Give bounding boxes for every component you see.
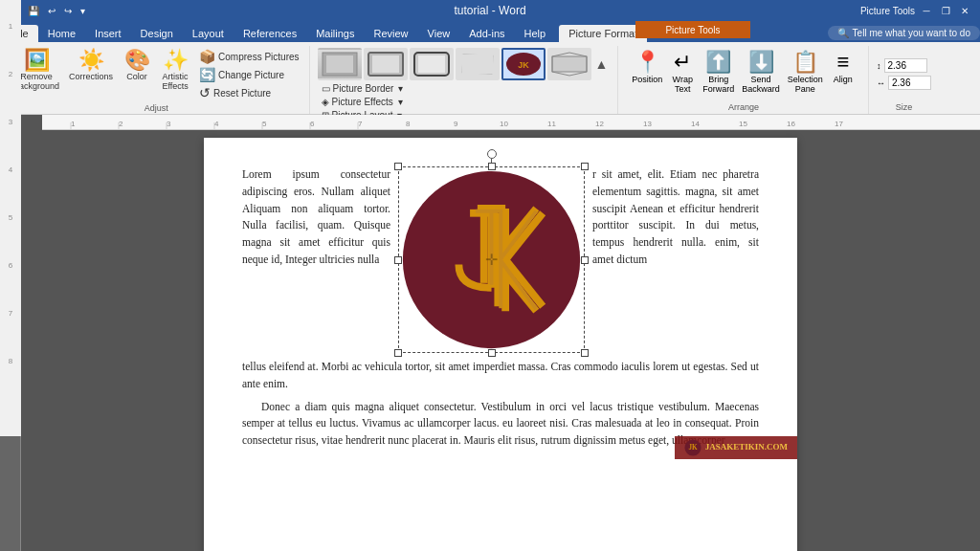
width-input[interactable] (888, 76, 931, 90)
effects-arrow-icon[interactable]: ▾ (398, 97, 403, 107)
svg-text:7: 7 (9, 309, 13, 318)
restore-btn[interactable]: ❐ (938, 3, 953, 18)
compress-pictures-btn[interactable]: 📦 Compress Pictures (195, 48, 302, 65)
svg-text:11: 11 (547, 120, 556, 128)
picture-effects-btn[interactable]: ◈ Picture Effects ▾ (318, 96, 612, 108)
pic-style-2[interactable] (364, 48, 408, 80)
artistic-effects-btn[interactable]: ✨ Artistic Effects (157, 48, 193, 93)
para-with-image: Lorem ipsum consectetur adipiscing eros.… (242, 166, 759, 353)
tell-me-box[interactable]: 🔍 Tell me what you want to do (828, 26, 980, 40)
size-group: ↕ ↔ Size (871, 46, 938, 114)
quick-access-toolbar: 💾 ↩ ↪ ▾ (25, 5, 88, 17)
svg-text:9: 9 (454, 120, 458, 128)
bring-forward-btn[interactable]: ⬆️ Bring Forward (700, 48, 737, 96)
minimize-btn[interactable]: ─ (919, 3, 934, 18)
svg-text:8: 8 (9, 357, 13, 365)
change-pic-icon: 🔄 (199, 67, 215, 82)
customize-qa-icon[interactable]: ▾ (78, 5, 88, 17)
handle-tr[interactable] (581, 163, 589, 170)
svg-text:4: 4 (214, 120, 219, 128)
svg-rect-1 (326, 55, 353, 73)
border-arrow-icon[interactable]: ▾ (398, 83, 403, 94)
compress-label: Compress Pictures (218, 52, 299, 62)
adjust-group: 🖼️ Remove Background ☀️ Corrections 🎨 Co… (4, 46, 310, 114)
change-picture-btn[interactable]: 🔄 Change Picture (195, 66, 302, 83)
tab-design[interactable]: Design (131, 25, 183, 42)
height-input[interactable] (884, 58, 927, 73)
save-icon[interactable]: 💾 (25, 5, 42, 17)
svg-text:14: 14 (691, 120, 700, 128)
handle-bc[interactable] (488, 349, 496, 357)
handle-tc[interactable] (488, 163, 496, 170)
content-area: 1 2 3 4 5 6 7 8 Lorem ipsum consectetur … (0, 130, 980, 551)
selected-image-container[interactable]: ✛ (398, 166, 585, 353)
tab-picture-format[interactable]: Picture Format (559, 25, 647, 42)
selection-pane-label: Selection Pane (788, 75, 823, 94)
corrections-icon: ☀️ (78, 50, 104, 71)
reset-icon: ↺ (199, 85, 211, 100)
pic-style-5[interactable]: JK (501, 48, 546, 80)
wrap-text-btn[interactable]: ↵ Wrap Text (667, 48, 698, 96)
compress-icon: 📦 (199, 49, 215, 64)
handle-br[interactable] (581, 349, 589, 357)
svg-text:15: 15 (739, 120, 747, 128)
reset-picture-btn[interactable]: ↺ Reset Picture (195, 84, 302, 101)
pic-style-6[interactable] (547, 48, 591, 80)
svg-text:10: 10 (500, 120, 508, 128)
handle-ml[interactable] (394, 256, 402, 264)
height-label: ↕ (877, 61, 881, 71)
tab-view[interactable]: View (418, 25, 460, 42)
bring-forward-label: Bring Forward (702, 75, 734, 94)
svg-text:JK: JK (688, 444, 698, 452)
send-backward-btn[interactable]: ⬇️ Send Backward (739, 48, 783, 96)
pic-style-3[interactable] (410, 48, 454, 80)
rotate-handle[interactable] (487, 149, 497, 159)
svg-text:1: 1 (9, 22, 13, 31)
color-btn[interactable]: 🎨 Color (119, 48, 155, 83)
color-label: Color (126, 72, 147, 81)
wrap-icon: ↵ (674, 50, 691, 75)
arrange-content: 📍 Position ↵ Wrap Text ⬆️ Bring Forward … (629, 48, 858, 100)
tell-me-text: Tell me what you want to do (853, 28, 970, 38)
context-tab-label: Picture Tools (665, 25, 720, 35)
selection-pane-icon: 📋 (792, 50, 818, 75)
position-btn[interactable]: 📍 Position (629, 48, 665, 86)
close-btn[interactable]: ✕ (957, 3, 972, 18)
selection-pane-btn[interactable]: 📋 Selection Pane (785, 48, 826, 96)
redo-icon[interactable]: ↪ (61, 5, 75, 17)
para-bottom-1-text: tellus eleifend at. Morbi ac vehicula to… (242, 361, 759, 389)
svg-text:6: 6 (310, 120, 315, 128)
pic-style-1[interactable] (318, 48, 362, 80)
pic-style-4[interactable] (456, 48, 500, 80)
tab-addins[interactable]: Add-ins (459, 25, 514, 42)
watermark: JK JASAKETIKIN.COM (675, 436, 797, 459)
handle-tl[interactable] (394, 163, 402, 170)
undo-icon[interactable]: ↩ (45, 5, 58, 17)
svg-text:12: 12 (595, 120, 604, 128)
tab-insert[interactable]: Insert (85, 25, 131, 42)
svg-text:JK: JK (518, 60, 529, 70)
handle-bl[interactable] (394, 349, 402, 357)
tab-home[interactable]: Home (38, 25, 85, 42)
change-pic-label: Change Picture (218, 70, 284, 80)
tab-mailings[interactable]: Mailings (306, 25, 364, 42)
align-btn[interactable]: ≡ Align (828, 48, 858, 86)
picture-styles-row: JK ▲ (318, 48, 611, 80)
adjust-group-label: Adjust (145, 103, 168, 113)
tab-references[interactable]: References (234, 25, 306, 42)
title-bar: W 💾 ↩ ↪ ▾ tutorial - Word Picture Tools … (0, 0, 980, 21)
document-page: Lorem ipsum consectetur adipiscing eros.… (204, 138, 797, 551)
tab-help[interactable]: Help (515, 25, 556, 42)
svg-text:3: 3 (167, 120, 171, 128)
styles-scroll-up[interactable]: ▲ (593, 55, 611, 74)
tab-layout[interactable]: Layout (183, 25, 234, 42)
picture-border-btn[interactable]: ▭ Picture Border ▾ (318, 82, 612, 95)
size-content: ↕ ↔ (877, 48, 931, 100)
tab-review[interactable]: Review (365, 25, 418, 42)
svg-text:6: 6 (9, 261, 13, 270)
handle-mr[interactable] (581, 256, 589, 264)
width-label: ↔ (877, 78, 885, 88)
corrections-btn[interactable]: ☀️ Corrections (65, 48, 117, 83)
svg-text:7: 7 (358, 120, 363, 128)
align-label: Align (834, 75, 853, 84)
